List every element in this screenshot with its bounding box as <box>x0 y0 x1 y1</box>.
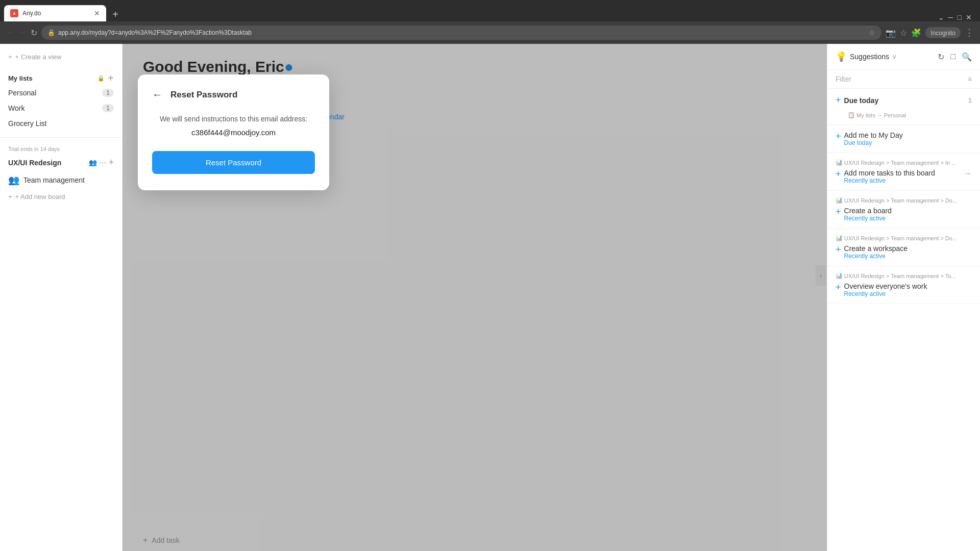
add-my-day-section: + Add me to My Day Due today <box>827 125 980 153</box>
modal-description: We will send instructions to this email … <box>152 115 315 123</box>
workspace-add-icon[interactable]: + <box>108 157 114 168</box>
address-bar: ← → ↻ 🔒 app.any.do/myday?d=anydo%3A%2F%2… <box>0 21 980 44</box>
team-board-item[interactable]: 👥 Team management <box>0 171 122 189</box>
section-action: + Overview everyone's work Recently acti… <box>836 282 972 297</box>
suggestions-chevron-icon[interactable]: ∨ <box>892 53 897 60</box>
team-label: Team management <box>23 176 85 184</box>
create-workspace-section: 📊 UX/UI Redesign > Team management > Do.… <box>827 229 980 266</box>
bookmark-icon[interactable]: ☆ <box>869 29 875 37</box>
workspace-menu-icon[interactable]: ⋯ <box>99 159 106 167</box>
lock-icon: 🔒 <box>47 29 55 36</box>
panel-item-due: 📋 My lists → Personal <box>836 110 972 120</box>
forward-button[interactable]: → <box>18 28 27 37</box>
panel-header-icons: ↻ □ 🔍 <box>938 52 972 62</box>
suggestions-label: Suggestions <box>850 53 889 61</box>
personal-count: 1 <box>102 89 114 97</box>
modal-body: We will send instructions to this email … <box>152 115 315 174</box>
add-tasks-title: Add more tasks to this board <box>844 169 935 177</box>
cast-icon[interactable]: 📷 <box>886 28 896 38</box>
incognito-label: Incognito <box>930 30 955 37</box>
left-sidebar: + + Create a view My lists 🔒 + Personal … <box>0 44 122 551</box>
create-board-title: Create a board <box>844 207 892 215</box>
workspace-header: UX/UI Redesign 👥 ⋯ + <box>0 154 122 171</box>
filter-lines-icon[interactable]: ≡ <box>968 75 972 83</box>
create-workspace-title: Create a workspace <box>844 244 908 253</box>
action-add-icon[interactable]: + <box>836 131 841 142</box>
bookmark-star-icon[interactable]: ☆ <box>900 28 907 38</box>
create-workspace-icon[interactable]: + <box>836 244 841 255</box>
action-content: Add more tasks to this board Recently ac… <box>844 169 935 184</box>
reset-password-button[interactable]: Reset Password <box>152 151 315 174</box>
add-board-label: + Add new board <box>15 193 65 201</box>
tab-list-icon[interactable]: ⌄ <box>938 13 944 21</box>
my-lists-header: My lists 🔒 + <box>0 68 122 85</box>
add-tasks-subtitle: Recently active <box>844 177 935 184</box>
toolbar-extras: 📷 ☆ 🧩 Incognito ⋮ <box>886 27 974 38</box>
refresh-button[interactable]: ↻ <box>31 28 37 38</box>
refresh-icon[interactable]: ↻ <box>938 52 944 62</box>
sidebar-item-personal[interactable]: Personal 1 <box>0 85 122 101</box>
back-button[interactable]: ← <box>6 28 14 37</box>
action-content: Add me to My Day Due today <box>844 131 903 146</box>
create-board-subtitle: Recently active <box>844 215 892 222</box>
modal-back-icon[interactable]: ← <box>152 89 162 101</box>
expand-icon[interactable]: → <box>964 169 972 178</box>
modal-overlay: ← Reset Password We will send instructio… <box>122 44 827 551</box>
due-today-section: + Due today 1 📋 My lists → Personal <box>827 89 980 125</box>
board-icon4: 📊 <box>836 272 843 279</box>
create-board-icon[interactable]: + <box>836 207 841 217</box>
action-content: Overview everyone's work Recently active <box>844 282 927 297</box>
section-path: 📊 UX/UI Redesign > Team management > Do.… <box>836 197 972 204</box>
tab-close-icon[interactable]: ✕ <box>94 9 100 17</box>
tab-favicon: A <box>10 9 18 17</box>
section-add-icon[interactable]: + <box>836 95 841 106</box>
filter-bar: Filter ≡ <box>827 70 980 89</box>
search-icon[interactable]: 🔍 <box>962 52 972 62</box>
add-list-icon[interactable]: + <box>108 73 114 83</box>
new-tab-button[interactable]: + <box>108 7 122 21</box>
maximize-icon[interactable]: □ <box>958 13 962 21</box>
overview-subtitle: Recently active <box>844 290 927 297</box>
board-icon2: 📊 <box>836 197 843 204</box>
extensions-icon[interactable]: 🧩 <box>911 28 921 38</box>
tab-title: Any.do <box>22 10 90 17</box>
list-icon: 📋 <box>848 112 855 118</box>
section-path: 📊 UX/UI Redesign > Team management > In … <box>836 159 972 166</box>
action-content: Create a board Recently active <box>844 207 892 222</box>
url-text: app.any.do/myday?d=anydo%3A%2F%2Fanydo%3… <box>58 29 866 36</box>
minimize-icon[interactable]: ─ <box>948 13 953 21</box>
url-input[interactable]: 🔒 app.any.do/myday?d=anydo%3A%2F%2Fanydo… <box>41 26 881 40</box>
tab-bar: A Any.do ✕ + ⌄ ─ □ ✕ <box>0 0 980 21</box>
create-board-section: 📊 UX/UI Redesign > Team management > Do.… <box>827 191 980 229</box>
sidebar-item-work[interactable]: Work 1 <box>0 101 122 116</box>
work-label: Work <box>8 104 99 112</box>
modal-email: c386f444@moodjoy.com <box>152 128 315 137</box>
browser-chrome: A Any.do ✕ + ⌄ ─ □ ✕ ← → ↻ 🔒 app.any.do/… <box>0 0 980 44</box>
workspace-users-icon: 👥 <box>89 159 97 166</box>
suggestions-bulb-icon: 💡 <box>836 51 847 62</box>
my-lists-label: My lists <box>8 74 97 82</box>
incognito-badge: Incognito <box>925 27 961 38</box>
action-title: Add me to My Day <box>844 131 903 139</box>
sidebar-item-grocery[interactable]: Grocery List <box>0 116 122 131</box>
add-board-btn[interactable]: + + Add new board <box>0 189 122 204</box>
overview-section: 📊 UX/UI Redesign > Team management > To.… <box>827 266 980 304</box>
layout-icon[interactable]: □ <box>950 52 955 62</box>
filter-label: Filter <box>836 75 968 83</box>
workspace-name: UX/UI Redesign <box>8 159 87 167</box>
create-view[interactable]: + + Create a view <box>0 50 122 64</box>
add-board-icon: + <box>8 193 12 201</box>
section-path: 📊 UX/UI Redesign > Team management > To.… <box>836 272 972 279</box>
app-layout: + + Create a view My lists 🔒 + Personal … <box>0 44 980 551</box>
main-content: Good Evening, Eric● e to make your own l… <box>122 44 827 551</box>
action-subtitle: Due today <box>844 139 903 146</box>
board-icon: 📊 <box>836 159 843 166</box>
modal-title: Reset Password <box>170 90 237 100</box>
add-tasks-icon[interactable]: + <box>836 169 841 180</box>
create-view-label: + Create a view <box>15 53 62 61</box>
overview-add-icon[interactable]: + <box>836 282 841 293</box>
add-tasks-section: 📊 UX/UI Redesign > Team management > In … <box>827 153 980 191</box>
menu-icon[interactable]: ⋮ <box>965 27 974 38</box>
close-window-icon[interactable]: ✕ <box>966 13 972 21</box>
active-tab[interactable]: A Any.do ✕ <box>4 5 106 21</box>
